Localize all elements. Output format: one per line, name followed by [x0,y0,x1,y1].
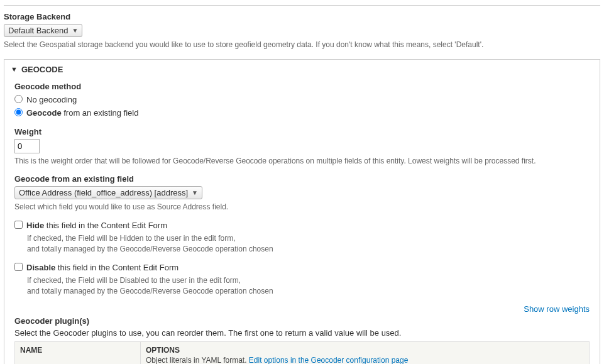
weight-label: Weight [14,127,590,136]
source-field-label: Geocode from an existing field [14,174,590,184]
radio-geocode-existing[interactable] [14,108,23,116]
geocode-method-label: Geocode method [14,82,590,91]
radio-geocode-existing-label: Geocode from an existing field [26,107,138,119]
th-name: NAME [15,341,141,364]
storage-backend-selected: Default Backend [8,26,68,35]
radio-existing-bold: Geocode [26,108,62,118]
hide-bold: Hide [26,221,44,230]
plugins-label: Geocoder plugin(s) [14,316,590,326]
radio-no-geocoding[interactable] [14,95,23,103]
hide-field-checkbox[interactable] [14,221,23,229]
source-field-selected: Office Address (field_office_address) [a… [19,188,188,197]
collapse-triangle-icon: ▼ [11,65,18,73]
plugins-header: Geocoder plugin(s) Select the Geocoder p… [14,316,590,338]
radio-no-geocoding-row: No geocoding [14,94,590,106]
weight-group: Weight This is the weight order that wil… [14,127,590,167]
edit-options-link[interactable]: Edit options in the Geocoder configurati… [249,356,409,364]
storage-backend-section: Storage Backend Default Backend ▼ Select… [4,12,600,50]
th-options-sub: Object literals in YAML format. Edit opt… [146,356,584,364]
top-divider [4,5,600,6]
weight-description: This is the weight order that will be fo… [14,156,590,167]
disable-bold: Disable [26,263,55,272]
storage-backend-label: Storage Backend [4,12,600,21]
storage-backend-select[interactable]: Default Backend ▼ [4,24,82,37]
geocode-body: Geocode method No geocoding Geocode from… [4,79,600,364]
radio-existing-rest: from an existing field [62,108,139,118]
hide-rest: this field in the Content Edit Form [44,221,167,230]
geocode-legend-toggle[interactable]: ▼ GEOCODE [4,60,600,79]
geocode-legend-text: GEOCODE [21,65,63,74]
disable-desc1: If checked, the Field will be Disabled t… [27,275,590,286]
hide-desc1: If checked, the Field will be Hidden to … [27,233,590,244]
chevron-down-icon: ▼ [72,27,78,34]
show-row-weights-link[interactable]: Show row weights [524,304,590,314]
disable-rest: this field in the Content Edit Form [55,263,178,272]
hide-desc2: and totally managed by the Geocode/Rever… [27,244,590,255]
disable-field-label: Disable this field in the Content Edit F… [26,262,178,274]
row-weights-wrap: Show row weights [14,304,590,314]
disable-desc2: and totally managed by the Geocode/Rever… [27,286,590,297]
th-name-text: NAME [20,346,42,355]
hide-field-label: Hide this field in the Content Edit Form [26,219,167,232]
source-field-description: Select which field you would like to use… [14,202,590,212]
th-options: OPTIONS Object literals in YAML format. … [141,341,590,364]
weight-input[interactable] [14,139,40,153]
th-options-text: OPTIONS [146,346,180,355]
disable-field-checkbox[interactable] [14,263,23,271]
geocode-method-group: Geocode method No geocoding Geocode from… [14,82,590,119]
chevron-down-icon: ▼ [192,189,198,196]
radio-existing-row: Geocode from an existing field [14,107,590,119]
geocode-fieldset: ▼ GEOCODE Geocode method No geocoding Ge… [4,59,600,364]
hide-field-group: Hide this field in the Content Edit Form… [14,219,590,254]
radio-no-geocoding-label: No geocoding [26,94,77,106]
th-options-sub-text: Object literals in YAML format. [146,356,249,364]
plugins-table: NAME OPTIONS Object literals in YAML for… [14,341,590,364]
source-field-select[interactable]: Office Address (field_office_address) [a… [14,186,202,199]
source-field-group: Geocode from an existing field Office Ad… [14,174,590,212]
disable-field-row: Disable this field in the Content Edit F… [14,262,590,274]
storage-backend-description: Select the Geospatial storage backend yo… [4,40,600,50]
hide-field-row: Hide this field in the Content Edit Form [14,219,590,232]
plugins-description: Select the Geocoder plugins to use, you … [14,328,590,338]
disable-field-group: Disable this field in the Content Edit F… [14,262,590,296]
